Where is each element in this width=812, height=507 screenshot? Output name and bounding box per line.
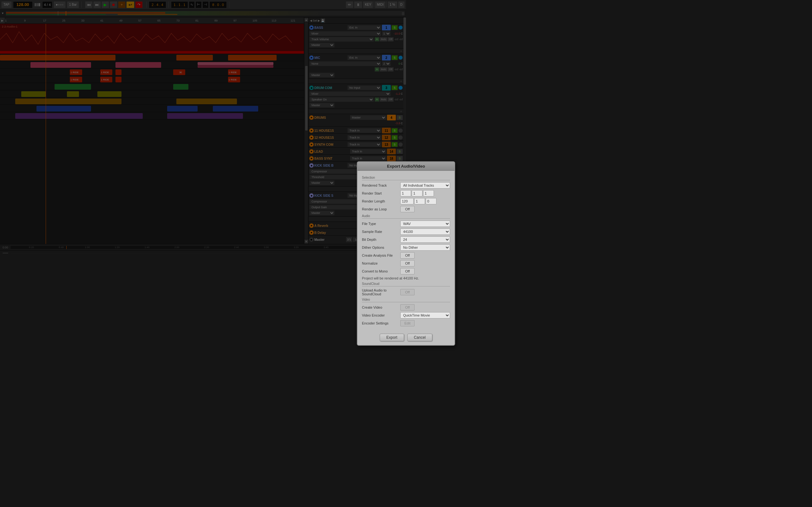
analysis-toggle[interactable]: Off (400, 252, 406, 253)
sample-rate-row: Sample Rate 44100 48000 88200 96000 (362, 228, 406, 235)
analysis-row: Create Analysis File Off (362, 252, 406, 253)
render-length-inputs (400, 198, 406, 205)
rendered-track-select[interactable]: All Individual Tracks Master (400, 182, 406, 188)
rendered-track-label: Rendered Track (362, 183, 398, 187)
dither-select[interactable]: No Dither Triangular Rectangular Pow-r 1 (400, 244, 406, 250)
file-type-label: File Type (362, 222, 398, 226)
render-length-bar[interactable] (400, 198, 406, 205)
render-loop-label: Render as Loop (362, 207, 398, 211)
render-length-row: Render Length (362, 198, 406, 205)
sample-rate-label: Sample Rate (362, 230, 398, 233)
dialog-body: Selection Rendered Track All Individual … (357, 171, 406, 253)
bit-depth-row: Bit Depth 24 16 32 (362, 236, 406, 243)
sample-rate-select[interactable]: 44100 48000 88200 96000 (400, 228, 406, 235)
rendered-track-row: Rendered Track All Individual Tracks Mas… (362, 182, 406, 188)
bit-depth-select[interactable]: 24 16 32 (400, 236, 406, 243)
render-loop-row: Render as Loop Off (362, 206, 406, 212)
render-start-inputs (400, 190, 406, 196)
modal-overlay: Export Audio/Video Selection Rendered Tr… (0, 0, 406, 253)
render-start-bar[interactable] (400, 190, 406, 196)
file-type-row: File Type WAV AIFF MP3 (362, 221, 406, 227)
section-audio: Audio (362, 214, 406, 219)
dither-row: Dither Options No Dither Triangular Rect… (362, 244, 406, 250)
file-type-select[interactable]: WAV AIFF MP3 (400, 221, 406, 227)
render-length-label: Render Length (362, 199, 398, 203)
render-start-row: Render Start (362, 190, 406, 196)
render-start-label: Render Start (362, 191, 398, 195)
dialog-title: Export Audio/Video (357, 162, 406, 171)
section-selection: Selection (362, 176, 406, 180)
render-loop-toggle[interactable]: Off (400, 206, 406, 212)
dither-label: Dither Options (362, 245, 398, 249)
bit-depth-label: Bit Depth (362, 238, 398, 241)
export-dialog: Export Audio/Video Selection Rendered Tr… (357, 161, 406, 253)
